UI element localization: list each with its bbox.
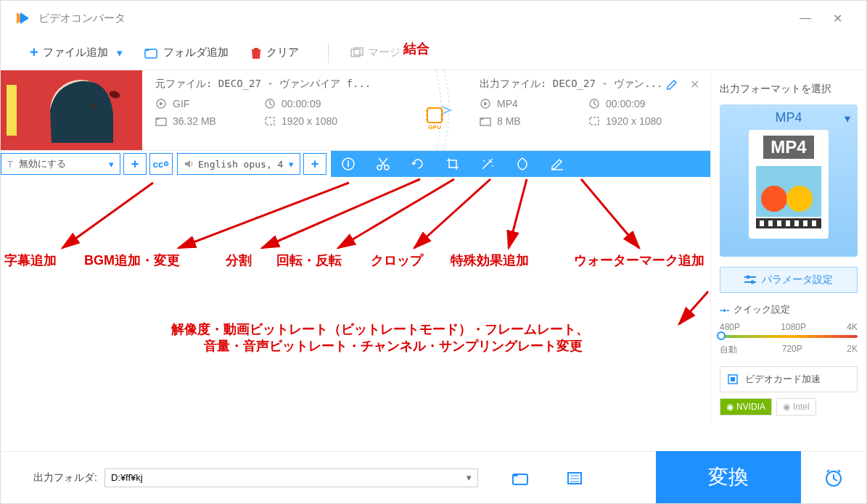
annotation-effect: 特殊効果追加	[451, 252, 529, 269]
intel-badge[interactable]: ◉Intel	[776, 398, 816, 416]
cut-icon[interactable]	[366, 157, 400, 171]
chevron-down-icon[interactable]: ▾	[845, 112, 850, 125]
svg-text:i: i	[347, 159, 349, 169]
clock-icon	[588, 98, 600, 110]
folder-icon	[155, 116, 167, 126]
svg-rect-22	[590, 117, 599, 125]
edit-icon[interactable]	[540, 157, 575, 171]
chevron-down-icon: ▾	[467, 472, 472, 483]
annotation-rotate: 回転・反転	[276, 252, 342, 269]
add-audio-button[interactable]: +	[303, 153, 326, 175]
output-panel: ✕ 出力ファイル: DECO_27 - ヴァン... MP4 00:00:09	[467, 70, 710, 150]
format-card[interactable]: ▾ MP4 MP4	[720, 104, 858, 257]
toolbar: + ファイル追加 ▾ フォルダ追加 クリア マージ	[1, 36, 866, 70]
remove-file-icon[interactable]: ✕	[690, 78, 699, 91]
folder-plus-icon	[144, 46, 159, 59]
text-icon: T	[7, 159, 13, 170]
svg-rect-56	[731, 377, 735, 381]
subtitle-select[interactable]: T 無効にする ▾	[1, 153, 120, 175]
app-title: ビデオコンバータ	[38, 12, 789, 25]
quality-slider[interactable]	[720, 335, 858, 338]
info-icon[interactable]: i	[331, 157, 366, 171]
merge-label: マージ	[368, 46, 400, 59]
svg-line-33	[178, 183, 349, 248]
resolution-row-bottom: 自動 720P 2K	[720, 344, 858, 356]
svg-rect-6	[7, 85, 17, 136]
minimize-button[interactable]: —	[789, 4, 821, 33]
svg-line-38	[581, 179, 639, 248]
folder-icon	[480, 116, 491, 126]
svg-point-41	[761, 186, 787, 212]
svg-rect-45	[768, 220, 773, 226]
add-file-button[interactable]: + ファイル追加 ▾	[30, 44, 123, 61]
chevron-down-icon[interactable]: ▾	[117, 46, 123, 59]
annotation-bgm: BGM追加・変更	[84, 252, 180, 269]
svg-rect-49	[803, 220, 808, 226]
svg-rect-10	[266, 117, 274, 125]
merge-button[interactable]: マージ	[350, 46, 400, 59]
svg-line-34	[262, 179, 420, 248]
svg-rect-48	[794, 220, 799, 226]
svg-line-36	[414, 179, 490, 248]
source-duration: 00:00:09	[264, 98, 373, 110]
merge-icon	[350, 47, 363, 59]
format-icon	[155, 98, 167, 110]
open-folder-button[interactable]	[507, 471, 533, 485]
clock-icon	[264, 98, 276, 110]
annotation-watermark: ウォーターマーク追加	[574, 252, 704, 269]
app-logo-icon	[14, 9, 31, 27]
add-subtitle-button[interactable]: +	[123, 153, 147, 175]
sidebar-title: 出力フォーマットを選択	[720, 83, 858, 96]
chevron-down-icon: ▾	[109, 159, 114, 170]
svg-rect-47	[786, 220, 790, 226]
output-duration: 00:00:09	[588, 98, 697, 110]
output-format: MP4	[480, 98, 588, 110]
effect-icon[interactable]	[470, 157, 505, 171]
svg-line-39	[679, 292, 708, 324]
annotation-params1: 解像度・動画ビットレート（ビットレートモード）・フレームレート、	[171, 321, 589, 338]
output-path-select[interactable]: D:¥ff¥kj ▾	[104, 468, 478, 487]
svg-text:GPU: GPU	[428, 124, 441, 130]
parameter-settings-button[interactable]: パラメータ設定	[720, 267, 858, 293]
annotation-merge: 結合	[403, 40, 430, 57]
video-thumbnail[interactable]	[1, 70, 142, 150]
svg-point-30	[483, 160, 485, 162]
slider-knob[interactable]	[717, 331, 726, 340]
source-size: 36.32 MB	[155, 115, 264, 127]
convert-button[interactable]: 変換	[656, 451, 801, 503]
svg-line-37	[509, 179, 527, 248]
speaker-icon	[184, 159, 194, 169]
annotation-split: 分割	[226, 252, 252, 269]
svg-point-29	[491, 159, 493, 160]
cc-settings-button[interactable]: cc⚙	[149, 153, 173, 175]
audio-select[interactable]: English opus, 48 ▾	[177, 153, 300, 175]
edit-filename-icon[interactable]	[666, 79, 678, 91]
svg-rect-46	[777, 220, 781, 226]
crop-icon[interactable]	[435, 157, 470, 171]
schedule-button[interactable]	[801, 451, 866, 503]
rotate-icon[interactable]	[400, 157, 435, 171]
file-list-button[interactable]	[562, 471, 588, 485]
gpu-acceleration-panel: ビデオカード加速	[720, 366, 858, 392]
plus-icon: +	[30, 44, 38, 61]
svg-point-53	[747, 276, 750, 279]
resolution-icon	[588, 116, 600, 126]
chevron-down-icon: ▾	[289, 159, 294, 170]
output-resolution: 1920 x 1080	[588, 115, 697, 127]
format-preview-icon: MP4	[749, 130, 829, 239]
watermark-icon[interactable]	[505, 157, 540, 171]
close-button[interactable]: ✕	[821, 4, 853, 33]
svg-line-35	[338, 179, 454, 248]
nvidia-badge[interactable]: ◉NVIDIA	[720, 398, 772, 416]
add-folder-label: フォルダ追加	[163, 46, 229, 59]
format-name: MP4	[726, 110, 852, 125]
clear-button[interactable]: クリア	[250, 46, 299, 59]
add-folder-button[interactable]: フォルダ追加	[144, 46, 229, 59]
toolbar-divider	[328, 43, 329, 63]
source-file-label: 元ファイル: DECO_27 - ヴァンパイア f...	[155, 78, 410, 91]
output-folder-label: 出力フォルダ:	[33, 471, 97, 484]
titlebar: ビデオコンバータ — ✕	[1, 1, 866, 36]
file-row: 元ファイル: DECO_27 - ヴァンパイア f... GIF 00:00:0…	[1, 70, 710, 151]
svg-point-31	[492, 165, 493, 167]
tune-icon	[744, 275, 756, 285]
